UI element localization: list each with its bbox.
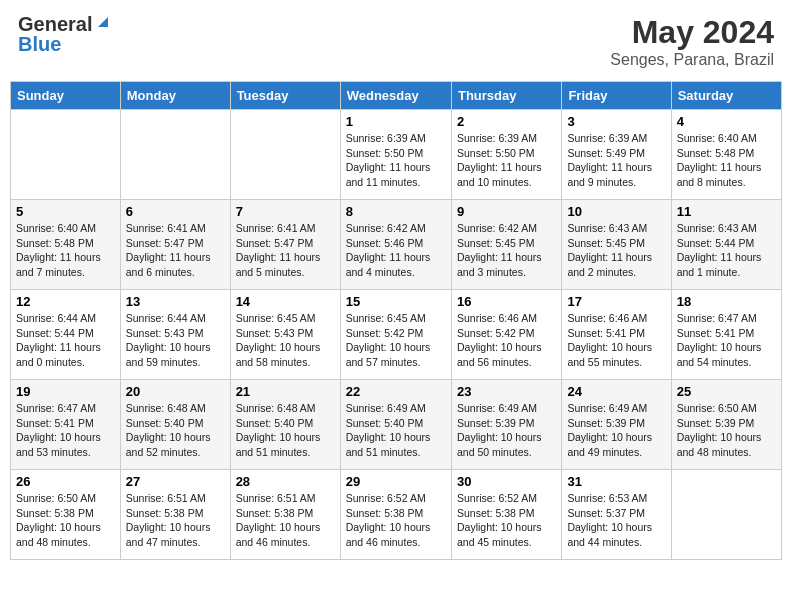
day-info: Sunrise: 6:40 AMSunset: 5:48 PMDaylight:… [16,221,115,280]
day-number: 20 [126,384,225,399]
day-info: Sunrise: 6:52 AMSunset: 5:38 PMDaylight:… [346,491,446,550]
day-number: 5 [16,204,115,219]
week-row-2: 5Sunrise: 6:40 AMSunset: 5:48 PMDaylight… [11,200,782,290]
calendar-cell: 18Sunrise: 6:47 AMSunset: 5:41 PMDayligh… [671,290,781,380]
calendar-cell: 8Sunrise: 6:42 AMSunset: 5:46 PMDaylight… [340,200,451,290]
calendar-cell: 19Sunrise: 6:47 AMSunset: 5:41 PMDayligh… [11,380,121,470]
day-number: 1 [346,114,446,129]
col-header-thursday: Thursday [451,82,561,110]
col-header-sunday: Sunday [11,82,121,110]
day-info: Sunrise: 6:49 AMSunset: 5:39 PMDaylight:… [567,401,665,460]
day-number: 12 [16,294,115,309]
day-info: Sunrise: 6:48 AMSunset: 5:40 PMDaylight:… [236,401,335,460]
day-number: 30 [457,474,556,489]
month-year: May 2024 [610,14,774,51]
calendar-cell: 13Sunrise: 6:44 AMSunset: 5:43 PMDayligh… [120,290,230,380]
week-row-3: 12Sunrise: 6:44 AMSunset: 5:44 PMDayligh… [11,290,782,380]
day-info: Sunrise: 6:47 AMSunset: 5:41 PMDaylight:… [677,311,776,370]
day-info: Sunrise: 6:41 AMSunset: 5:47 PMDaylight:… [126,221,225,280]
week-row-5: 26Sunrise: 6:50 AMSunset: 5:38 PMDayligh… [11,470,782,560]
calendar-cell: 31Sunrise: 6:53 AMSunset: 5:37 PMDayligh… [562,470,671,560]
calendar-cell: 2Sunrise: 6:39 AMSunset: 5:50 PMDaylight… [451,110,561,200]
calendar-cell: 23Sunrise: 6:49 AMSunset: 5:39 PMDayligh… [451,380,561,470]
logo-general: General [18,14,92,34]
day-number: 18 [677,294,776,309]
day-info: Sunrise: 6:52 AMSunset: 5:38 PMDaylight:… [457,491,556,550]
day-info: Sunrise: 6:51 AMSunset: 5:38 PMDaylight:… [126,491,225,550]
logo-blue: Blue [18,34,112,54]
calendar-cell: 26Sunrise: 6:50 AMSunset: 5:38 PMDayligh… [11,470,121,560]
calendar-cell: 16Sunrise: 6:46 AMSunset: 5:42 PMDayligh… [451,290,561,380]
day-number: 26 [16,474,115,489]
col-header-monday: Monday [120,82,230,110]
col-header-wednesday: Wednesday [340,82,451,110]
day-number: 29 [346,474,446,489]
day-number: 28 [236,474,335,489]
day-info: Sunrise: 6:50 AMSunset: 5:38 PMDaylight:… [16,491,115,550]
day-info: Sunrise: 6:51 AMSunset: 5:38 PMDaylight:… [236,491,335,550]
calendar-cell: 28Sunrise: 6:51 AMSunset: 5:38 PMDayligh… [230,470,340,560]
calendar-cell: 9Sunrise: 6:42 AMSunset: 5:45 PMDaylight… [451,200,561,290]
day-info: Sunrise: 6:53 AMSunset: 5:37 PMDaylight:… [567,491,665,550]
day-number: 2 [457,114,556,129]
day-number: 14 [236,294,335,309]
day-number: 23 [457,384,556,399]
col-header-tuesday: Tuesday [230,82,340,110]
day-info: Sunrise: 6:39 AMSunset: 5:49 PMDaylight:… [567,131,665,190]
day-number: 13 [126,294,225,309]
day-info: Sunrise: 6:47 AMSunset: 5:41 PMDaylight:… [16,401,115,460]
calendar-cell [671,470,781,560]
calendar-cell: 4Sunrise: 6:40 AMSunset: 5:48 PMDaylight… [671,110,781,200]
logo-triangle-icon [94,13,112,31]
day-info: Sunrise: 6:45 AMSunset: 5:42 PMDaylight:… [346,311,446,370]
day-number: 15 [346,294,446,309]
calendar-cell: 24Sunrise: 6:49 AMSunset: 5:39 PMDayligh… [562,380,671,470]
day-info: Sunrise: 6:42 AMSunset: 5:46 PMDaylight:… [346,221,446,280]
calendar-cell: 17Sunrise: 6:46 AMSunset: 5:41 PMDayligh… [562,290,671,380]
day-number: 11 [677,204,776,219]
day-info: Sunrise: 6:49 AMSunset: 5:40 PMDaylight:… [346,401,446,460]
calendar-cell: 22Sunrise: 6:49 AMSunset: 5:40 PMDayligh… [340,380,451,470]
calendar-cell: 7Sunrise: 6:41 AMSunset: 5:47 PMDaylight… [230,200,340,290]
day-number: 21 [236,384,335,399]
calendar-header-row: SundayMondayTuesdayWednesdayThursdayFrid… [11,82,782,110]
col-header-saturday: Saturday [671,82,781,110]
day-number: 16 [457,294,556,309]
day-info: Sunrise: 6:43 AMSunset: 5:44 PMDaylight:… [677,221,776,280]
day-number: 4 [677,114,776,129]
calendar-cell: 10Sunrise: 6:43 AMSunset: 5:45 PMDayligh… [562,200,671,290]
day-number: 31 [567,474,665,489]
day-number: 24 [567,384,665,399]
svg-marker-0 [98,17,108,27]
day-info: Sunrise: 6:49 AMSunset: 5:39 PMDaylight:… [457,401,556,460]
day-info: Sunrise: 6:46 AMSunset: 5:42 PMDaylight:… [457,311,556,370]
calendar-cell [230,110,340,200]
calendar-cell: 21Sunrise: 6:48 AMSunset: 5:40 PMDayligh… [230,380,340,470]
day-number: 9 [457,204,556,219]
calendar-cell: 15Sunrise: 6:45 AMSunset: 5:42 PMDayligh… [340,290,451,380]
day-number: 6 [126,204,225,219]
day-info: Sunrise: 6:42 AMSunset: 5:45 PMDaylight:… [457,221,556,280]
day-info: Sunrise: 6:39 AMSunset: 5:50 PMDaylight:… [346,131,446,190]
day-info: Sunrise: 6:39 AMSunset: 5:50 PMDaylight:… [457,131,556,190]
day-number: 19 [16,384,115,399]
calendar-cell: 11Sunrise: 6:43 AMSunset: 5:44 PMDayligh… [671,200,781,290]
day-info: Sunrise: 6:41 AMSunset: 5:47 PMDaylight:… [236,221,335,280]
day-number: 27 [126,474,225,489]
day-number: 7 [236,204,335,219]
day-number: 25 [677,384,776,399]
calendar-cell: 29Sunrise: 6:52 AMSunset: 5:38 PMDayligh… [340,470,451,560]
day-info: Sunrise: 6:46 AMSunset: 5:41 PMDaylight:… [567,311,665,370]
day-info: Sunrise: 6:45 AMSunset: 5:43 PMDaylight:… [236,311,335,370]
day-info: Sunrise: 6:48 AMSunset: 5:40 PMDaylight:… [126,401,225,460]
calendar-cell: 6Sunrise: 6:41 AMSunset: 5:47 PMDaylight… [120,200,230,290]
calendar-cell: 20Sunrise: 6:48 AMSunset: 5:40 PMDayligh… [120,380,230,470]
day-info: Sunrise: 6:44 AMSunset: 5:44 PMDaylight:… [16,311,115,370]
week-row-4: 19Sunrise: 6:47 AMSunset: 5:41 PMDayligh… [11,380,782,470]
calendar-table: SundayMondayTuesdayWednesdayThursdayFrid… [10,81,782,560]
logo: General Blue [18,14,112,54]
day-number: 22 [346,384,446,399]
header: General Blue May 2024 Senges, Parana, Br… [10,10,782,73]
day-info: Sunrise: 6:50 AMSunset: 5:39 PMDaylight:… [677,401,776,460]
calendar-cell: 12Sunrise: 6:44 AMSunset: 5:44 PMDayligh… [11,290,121,380]
